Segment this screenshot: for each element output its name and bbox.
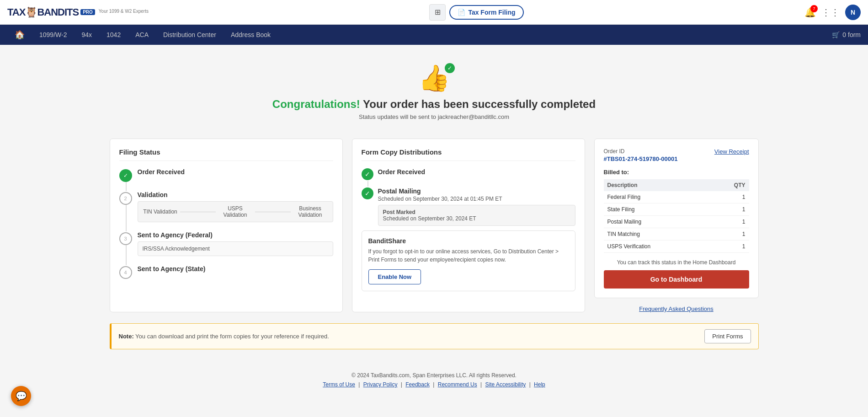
- enable-now-button[interactable]: Enable Now: [368, 269, 421, 284]
- go-to-dashboard-button[interactable]: Go to Dashboard: [604, 270, 749, 289]
- step-label-3: Sent to Agency (Federal): [138, 231, 333, 239]
- cart-button[interactable]: 🛒 0 form: [832, 31, 861, 38]
- dist-line-1: [367, 181, 368, 187]
- logo: TAX🦉BANDITS PRO: [7, 6, 95, 18]
- step-icon-completed: ✓: [119, 169, 132, 182]
- view-receipt-link[interactable]: View Receipt: [714, 148, 749, 155]
- form-copy-card: Form Copy Distributions ✓ Order Received…: [352, 139, 585, 312]
- document-icon: 📄: [458, 9, 465, 16]
- note-label: Note:: [119, 333, 134, 340]
- col-description: Description: [604, 179, 710, 191]
- step-content-1: Order Received: [138, 168, 185, 176]
- postmark-label: Post Marked: [383, 209, 570, 215]
- order-id-label: Order ID: [604, 148, 678, 155]
- footer: © 2024 TaxBandits.com, Span Enterprises …: [110, 363, 759, 401]
- step-line-3: [126, 245, 127, 265]
- nav-bar: 🏠 1099/W-2 94x 1042 ACA Distribution Cen…: [0, 25, 868, 45]
- billing-desc: Federal Filing: [604, 191, 710, 203]
- nav-item-distribution[interactable]: Distribution Center: [156, 25, 224, 45]
- nav-item-address[interactable]: Address Book: [224, 25, 278, 45]
- print-forms-button[interactable]: Print Forms: [704, 329, 751, 343]
- order-panel: Order ID #TBS01-274-519780-00001 View Re…: [594, 139, 759, 312]
- billing-row: State Filing1: [604, 203, 749, 216]
- apps-button[interactable]: ⋮⋮: [821, 7, 840, 18]
- content-grid: Filing Status ✓ Order Received 2 Validat…: [110, 139, 759, 312]
- filing-status-title: Filing Status: [119, 148, 333, 161]
- top-header: TAX🦉BANDITS PRO Your 1099 & W2 Experts ⊞…: [0, 0, 868, 25]
- step-content-3: Sent to Agency (Federal) IRS/SSA Acknowl…: [138, 231, 333, 256]
- congrats-word: Congratulations!: [272, 98, 360, 110]
- step-icon-4: 4: [119, 266, 132, 279]
- billing-row: Postal Mailing1: [604, 216, 749, 228]
- dist-content-2: Postal Mailing Scheduled on September 30…: [378, 187, 575, 226]
- billing-qty: 1: [710, 203, 749, 216]
- billing-desc: Postal Mailing: [604, 216, 710, 228]
- billing-qty: 1: [710, 191, 749, 203]
- logo-area: TAX🦉BANDITS PRO Your 1099 & W2 Experts: [7, 6, 149, 18]
- tax-form-label: Tax Form Filing: [468, 9, 515, 16]
- nav-item-1042[interactable]: 1042: [99, 25, 128, 45]
- privacy-link[interactable]: Privacy Policy: [363, 381, 398, 388]
- note-bar: Note: You can download and print the for…: [110, 323, 759, 349]
- billing-row: USPS Verification1: [604, 241, 749, 253]
- congrats-subtitle: Status updates will be sent to jackreach…: [110, 113, 759, 120]
- faq-link[interactable]: Frequently Asked Questions: [594, 305, 759, 312]
- accessibility-link[interactable]: Site Accessibility: [485, 381, 526, 388]
- dist-label-2: Postal Mailing: [378, 187, 575, 195]
- vbar-line-1: [180, 212, 216, 212]
- col-qty: QTY: [710, 179, 749, 191]
- billing-qty: 1: [710, 216, 749, 228]
- banditshare-title: BanditShare: [368, 237, 569, 245]
- congrats-title: Congratulations! Your order has been suc…: [110, 98, 759, 111]
- vbar-line-2: [255, 212, 291, 212]
- tax-form-filing-button[interactable]: 📄 Tax Form Filing: [449, 5, 523, 20]
- grid-button[interactable]: ⊞: [429, 4, 446, 21]
- dist-step-2: ✓ Postal Mailing Scheduled on September …: [362, 187, 575, 226]
- validation-bar: TIN Validation USPS Validation Business …: [138, 201, 333, 222]
- order-id-value: #TBS01-274-519780-00001: [604, 155, 678, 162]
- step-icon-3: 3: [119, 232, 132, 245]
- postmark-date: Scheduled on September 30, 2024 ET: [383, 215, 570, 222]
- notifications-button[interactable]: 🔔 7: [804, 7, 816, 18]
- footer-links: Terms of Use | Privacy Policy | Feedback…: [110, 381, 759, 388]
- step-sent-state: 4 Sent to Agency (State): [119, 265, 333, 279]
- notification-count: 7: [810, 5, 818, 12]
- nav-item-1099w2[interactable]: 1099/W-2: [32, 25, 74, 45]
- pro-badge: PRO: [80, 9, 95, 15]
- copyright: © 2024 TaxBandits.com, Span Enterprises …: [110, 372, 759, 379]
- track-text: You can track this status in the Home Da…: [604, 259, 749, 266]
- chat-bubble[interactable]: 💬: [11, 386, 31, 406]
- billing-qty: 1: [710, 241, 749, 253]
- irs-ack-box: IRS/SSA Acknowledgement: [138, 241, 333, 256]
- thumbs-up-icon: 👍 ✓: [418, 63, 450, 93]
- terms-link[interactable]: Terms of Use: [323, 381, 355, 388]
- billing-row: Federal Filing1: [604, 191, 749, 203]
- help-link[interactable]: Help: [534, 381, 545, 388]
- grid-dots-icon: ⋮⋮: [821, 7, 840, 17]
- step-icon-2: 2: [119, 192, 132, 205]
- nav-item-aca[interactable]: ACA: [128, 25, 156, 45]
- recommend-link[interactable]: Recommend Us: [438, 381, 477, 388]
- cart-count: 0 form: [842, 31, 861, 38]
- business-validation: Business Validation: [293, 205, 328, 218]
- billing-desc: State Filing: [604, 203, 710, 216]
- header-center: ⊞ 📄 Tax Form Filing: [429, 4, 523, 21]
- step-validation: 2 Validation TIN Validation USPS Validat…: [119, 191, 333, 222]
- nav-home[interactable]: 🏠: [7, 25, 32, 45]
- nav-item-94x[interactable]: 94x: [74, 25, 99, 45]
- logo-text: TAX🦉BANDITS: [7, 6, 79, 18]
- step-line-2: [126, 205, 127, 231]
- note-body: You can download and print the form copi…: [134, 333, 329, 340]
- header-right: 🔔 7 ⋮⋮ N: [804, 5, 861, 20]
- step-label-1: Order Received: [138, 168, 185, 176]
- postmark-box: Post Marked Scheduled on September 30, 2…: [378, 205, 575, 226]
- banditshare-text: If you forgot to opt-in to our online ac…: [368, 247, 569, 264]
- order-id-area: Order ID #TBS01-274-519780-00001: [604, 148, 678, 162]
- feedback-link[interactable]: Feedback: [405, 381, 430, 388]
- dist-content-1: Order Received: [378, 168, 426, 176]
- step-content-2: Validation TIN Validation USPS Validatio…: [138, 191, 333, 222]
- avatar[interactable]: N: [845, 5, 861, 20]
- dist-sub-2: Scheduled on September 30, 2024 at 01:45…: [378, 196, 575, 202]
- billing-table: Description QTY Federal Filing1State Fil…: [604, 179, 749, 253]
- dist-check-1: ✓: [362, 168, 373, 180]
